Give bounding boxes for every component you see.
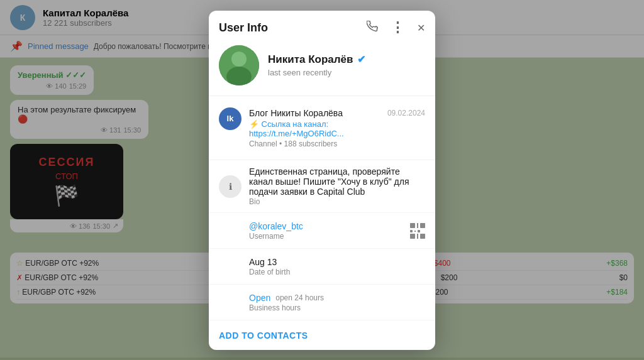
channel-name-text: Блог Никиты Коралёва xyxy=(249,107,343,120)
channel-content: Блог Никиты Коралёва 09.02.2024 ⚡ Ссылка… xyxy=(249,107,425,149)
birthday-icon-space xyxy=(219,255,242,278)
more-options-icon[interactable]: ⋮ xyxy=(391,21,404,35)
birthday-value: Aug 13 xyxy=(249,257,425,267)
channel-info-row: lk Блог Никиты Коралёва 09.02.2024 ⚡ Ссы… xyxy=(219,104,425,153)
bio-icon-space: ℹ xyxy=(219,175,242,198)
modal-header-icons: ⋮ ✕ xyxy=(367,21,425,35)
add-to-contacts-button[interactable]: ADD TO CONTACTS xyxy=(219,330,308,341)
birthday-content: Aug 13 Date of birth xyxy=(249,257,425,276)
username-row: @koralev_btc Username xyxy=(209,213,435,249)
username-label: Username xyxy=(249,232,402,241)
avatar-image xyxy=(219,45,259,85)
modal-overlay: User Info ⋮ ✕ xyxy=(0,0,644,360)
bio-section: ℹ Единственная страница, проверяйте кана… xyxy=(209,160,435,213)
modal-header: User Info ⋮ ✕ xyxy=(209,11,435,35)
bio-label: Bio xyxy=(249,197,425,206)
birthday-row: Aug 13 Date of birth xyxy=(209,249,435,285)
bio-text: Единственная страница, проверяйте канал … xyxy=(249,166,425,197)
qr-code-icon[interactable] xyxy=(410,223,425,239)
bio-content: Единственная страница, проверяйте канал … xyxy=(249,166,425,206)
svg-point-1 xyxy=(231,52,247,67)
username-content: @koralev_btc Username xyxy=(249,221,402,241)
close-icon[interactable]: ✕ xyxy=(417,22,425,34)
business-hours-text: open 24 hours xyxy=(275,293,324,302)
user-info-modal: User Info ⋮ ✕ xyxy=(209,11,435,350)
business-content: Open open 24 hours Business hours xyxy=(249,293,425,312)
add-contacts-section: ADD TO CONTACTS xyxy=(209,320,435,349)
channel-info-section[interactable]: lk Блог Никиты Коралёва 09.02.2024 ⚡ Ссы… xyxy=(209,96,435,161)
channel-icon: lk xyxy=(219,107,242,130)
bio-icon: ℹ xyxy=(219,175,242,198)
business-hours-row: Open open 24 hours Business hours xyxy=(209,285,435,320)
user-profile-section: Никита Коралёв ✔ last seen recently xyxy=(209,35,435,96)
username-value[interactable]: @koralev_btc xyxy=(249,221,402,231)
business-label: Business hours xyxy=(249,303,425,312)
business-status: Open xyxy=(249,293,270,303)
user-status: last seen recently xyxy=(268,68,365,77)
user-info-text: Никита Коралёв ✔ last seen recently xyxy=(268,53,365,77)
user-name: Никита Коралёв ✔ xyxy=(268,53,365,66)
channel-link[interactable]: ⚡ Ссылка на канал: https://t.me/+MgO6Rid… xyxy=(249,119,425,138)
birthday-label: Date of birth xyxy=(249,268,425,276)
phone-icon[interactable] xyxy=(367,21,378,35)
verified-badge: ✔ xyxy=(357,53,365,65)
channel-sub-info: Channel • 188 subscribers xyxy=(249,139,425,148)
channel-date: 09.02.2024 xyxy=(387,107,425,117)
username-icon-space xyxy=(219,219,242,242)
avatar xyxy=(219,45,259,85)
modal-title: User Info xyxy=(219,21,367,35)
business-icon-space xyxy=(219,291,242,314)
